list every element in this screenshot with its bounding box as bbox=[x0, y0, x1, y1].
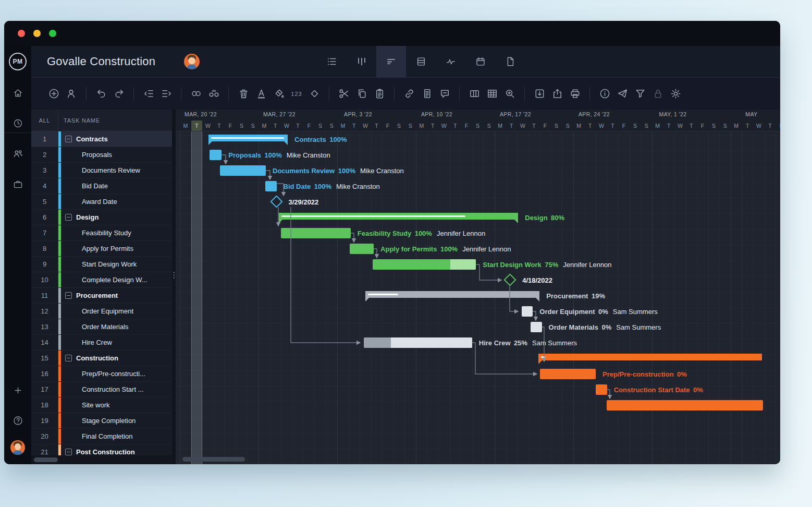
collapse-icon[interactable] bbox=[65, 292, 72, 299]
task-name-cell[interactable]: Construction bbox=[61, 351, 172, 366]
indent-icon[interactable] bbox=[157, 85, 175, 103]
task-name-cell[interactable]: Feasibility Study bbox=[61, 225, 172, 240]
filter-icon[interactable] bbox=[631, 85, 649, 103]
tab-list[interactable] bbox=[317, 46, 347, 77]
milestone-diamond[interactable] bbox=[504, 273, 516, 286]
nav-portfolio-icon[interactable] bbox=[4, 175, 31, 194]
task-name-cell[interactable]: Order Equipment bbox=[61, 304, 172, 319]
gantt-task-bar[interactable] bbox=[607, 400, 764, 411]
import-icon[interactable] bbox=[531, 85, 548, 103]
collapse-icon[interactable] bbox=[65, 449, 72, 455]
export-icon[interactable] bbox=[548, 85, 566, 103]
gantt-task-bar[interactable] bbox=[531, 322, 542, 332]
tab-activity[interactable] bbox=[436, 46, 465, 77]
table-row[interactable]: 3Documents Review bbox=[31, 163, 172, 178]
user-avatar[interactable] bbox=[4, 438, 31, 457]
task-name-cell[interactable]: Bid Date bbox=[61, 178, 172, 194]
delete-icon[interactable] bbox=[235, 85, 252, 103]
task-name-cell[interactable]: Apply for Permits bbox=[61, 241, 172, 256]
task-name-cell[interactable]: Start Design Work bbox=[61, 257, 172, 272]
task-name-cell[interactable]: Procurement bbox=[61, 288, 172, 303]
gantt-summary-bar[interactable] bbox=[365, 291, 539, 298]
gantt-task-bar[interactable] bbox=[220, 165, 266, 176]
table-row[interactable]: 11Procurement bbox=[31, 288, 172, 304]
share-icon[interactable] bbox=[613, 85, 631, 103]
tab-gantt[interactable] bbox=[376, 46, 406, 77]
nav-help-icon[interactable] bbox=[4, 411, 31, 430]
table-row[interactable]: 13Order Materials bbox=[31, 319, 172, 335]
task-name-cell[interactable]: Contracts bbox=[61, 131, 172, 147]
gantt-scrollbar-thumb[interactable] bbox=[182, 457, 245, 462]
table-row[interactable]: 17Construction Start ... bbox=[31, 382, 172, 397]
milestone-icon[interactable] bbox=[305, 85, 323, 103]
info-icon[interactable] bbox=[596, 85, 613, 103]
gantt-task-bar[interactable] bbox=[281, 228, 351, 238]
task-name-cell[interactable]: Hire Crew bbox=[61, 335, 172, 350]
task-name-cell[interactable]: Award Date bbox=[61, 194, 172, 209]
numbers-icon[interactable]: 123 bbox=[288, 85, 305, 103]
gantt-canvas[interactable]: Contracts 100%Proposals 100%Mike Cransto… bbox=[176, 131, 780, 464]
gantt-task-bar[interactable] bbox=[522, 306, 533, 317]
task-name-cell[interactable]: Stage Completion bbox=[61, 413, 172, 428]
collapse-icon[interactable] bbox=[65, 214, 72, 221]
zoom-icon[interactable] bbox=[501, 85, 519, 103]
task-name-cell[interactable]: Proposals bbox=[61, 147, 172, 162]
undo-icon[interactable] bbox=[92, 85, 110, 103]
gantt-task-bar[interactable] bbox=[265, 181, 277, 191]
task-panel-scrollbar-thumb[interactable] bbox=[34, 457, 58, 462]
project-owner-avatar[interactable] bbox=[184, 54, 200, 69]
link-tasks-icon[interactable] bbox=[187, 85, 205, 103]
app-logo[interactable]: PM bbox=[4, 46, 31, 77]
attachment-icon[interactable] bbox=[400, 85, 418, 103]
table-row[interactable]: 7Feasibility Study bbox=[31, 225, 172, 241]
task-name-cell[interactable]: Final Completion bbox=[61, 429, 172, 444]
print-icon[interactable] bbox=[566, 85, 584, 103]
table-row[interactable]: 15Construction bbox=[31, 351, 172, 366]
collapse-icon[interactable] bbox=[65, 136, 72, 142]
gantt-summary-bar[interactable] bbox=[208, 135, 288, 141]
tab-calendar[interactable] bbox=[465, 46, 495, 77]
comment-icon[interactable] bbox=[436, 85, 453, 103]
nav-team-icon[interactable] bbox=[4, 144, 31, 163]
task-name-cell[interactable]: Complete Design W... bbox=[61, 272, 172, 287]
add-user-icon[interactable] bbox=[63, 85, 80, 103]
redo-icon[interactable] bbox=[110, 85, 128, 103]
settings-icon[interactable] bbox=[667, 85, 684, 103]
table-row[interactable]: 1Contracts bbox=[31, 131, 172, 147]
panel-resize-handle[interactable]: ••• bbox=[172, 110, 176, 464]
nav-add-icon[interactable] bbox=[4, 381, 31, 400]
milestone-diamond[interactable] bbox=[270, 195, 282, 208]
task-name-cell[interactable]: Construction Start ... bbox=[61, 382, 172, 397]
gantt-summary-bar[interactable] bbox=[538, 354, 762, 360]
table-row[interactable]: 2Proposals bbox=[31, 147, 172, 163]
notes-icon[interactable] bbox=[418, 85, 436, 103]
font-color-icon[interactable] bbox=[252, 85, 270, 103]
column-header-all[interactable]: ALL bbox=[31, 110, 58, 131]
nav-timesheet-icon[interactable] bbox=[4, 114, 31, 132]
fill-color-icon[interactable] bbox=[270, 85, 288, 103]
table-row[interactable]: 8Apply for Permits bbox=[31, 241, 172, 257]
gantt-task-bar[interactable] bbox=[350, 244, 374, 254]
columns-icon[interactable] bbox=[465, 85, 483, 103]
task-name-cell[interactable]: Prep/Pre-constructi... bbox=[61, 366, 172, 381]
lock-icon[interactable] bbox=[649, 85, 667, 103]
table-row[interactable]: 5Award Date bbox=[31, 194, 172, 210]
table-row[interactable]: 20Final Completion bbox=[31, 429, 172, 444]
minimize-window-button[interactable] bbox=[33, 30, 41, 37]
task-name-cell[interactable]: Documents Review bbox=[61, 163, 172, 178]
table-row[interactable]: 10Complete Design W... bbox=[31, 272, 172, 288]
tab-sheet[interactable] bbox=[406, 46, 436, 77]
add-task-icon[interactable] bbox=[45, 85, 63, 103]
tab-document[interactable] bbox=[495, 46, 525, 77]
copy-icon[interactable] bbox=[353, 85, 371, 103]
unlink-tasks-icon[interactable] bbox=[205, 85, 223, 103]
table-row[interactable]: 9Start Design Work bbox=[31, 257, 172, 272]
tab-board[interactable] bbox=[347, 46, 376, 77]
nav-home-icon[interactable] bbox=[4, 83, 31, 102]
gantt-task-bar[interactable] bbox=[373, 259, 476, 270]
table-row[interactable]: 19Stage Completion bbox=[31, 413, 172, 429]
table-row[interactable]: 14Hire Crew bbox=[31, 335, 172, 351]
task-name-cell[interactable]: Site work bbox=[61, 397, 172, 413]
gantt-task-bar[interactable] bbox=[210, 150, 222, 160]
table-row[interactable]: 16Prep/Pre-constructi... bbox=[31, 366, 172, 382]
